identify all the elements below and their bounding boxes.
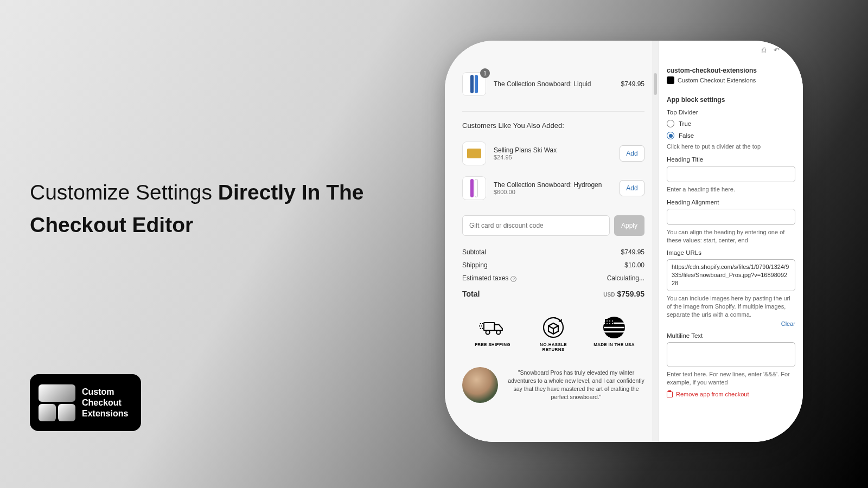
headline-part1: Customize Settings [30,181,218,204]
heading-title-label: Heading Title [667,156,795,163]
product-thumbnail: 1 [462,72,486,96]
cart-line-item: 1 The Collection Snowboard: Liquid $749.… [462,67,644,101]
heading-title-help: Enter a heading title here. [667,185,795,194]
heading-alignment-label: Heading Alignment [667,199,795,206]
app-block-settings-heading: App block settings [667,96,795,104]
svg-point-6 [607,320,608,322]
settings-panel: ⎙ ↶ ↷ custom-checkout-extensions Custom … [659,41,803,442]
rec-name: The Collection Snowboard: Hydrogen [494,181,612,189]
total-value: USD$759.95 [603,290,644,298]
order-totals: Subtotal $749.95 Shipping $10.00 Estimat… [462,246,644,301]
image-urls-label: Image URLs [667,249,795,256]
subtotal-label: Subtotal [462,248,486,256]
top-divider-label: Top Divider [667,109,795,115]
add-button[interactable]: Add [620,180,644,196]
remove-app-link[interactable]: Remove app from checkout [667,391,795,397]
multiline-help: Enter text here. For new lines, enter '&… [667,370,795,387]
heading-alignment-help: You can align the heading by entering on… [667,228,795,245]
recommendation-item: Selling Plans Ski Wax $24.95 Add [462,136,644,171]
heading-title-input[interactable] [667,166,795,182]
avatar [462,367,498,403]
svg-rect-0 [484,323,495,330]
trust-badge: FREE SHIPPING [468,316,517,352]
device-preview-icon[interactable]: ⎙ [762,46,766,54]
svg-point-9 [607,323,608,324]
logo-text: Custom Checkout Extensions [82,387,128,419]
total-label: Total [462,290,480,298]
radio-false[interactable]: False [667,132,795,139]
hero-headline: Customize Settings Directly In The Check… [30,176,377,242]
extension-icon [667,76,674,84]
divider [462,111,644,112]
subtotal-value: $749.95 [621,248,644,256]
checkout-preview-pane: 1 The Collection Snowboard: Liquid $749.… [445,41,659,442]
image-urls-input[interactable]: https://cdn.shopify.com/s/files/1/0790/1… [667,259,795,291]
extension-subtitle: Custom Checkout Extensions [667,76,795,84]
rec-name: Selling Plans Ski Wax [494,146,612,154]
svg-point-2 [496,330,500,334]
testimonial-block: "Snowboard Pros has truly elevated my wi… [462,367,644,403]
svg-point-11 [612,323,613,324]
undo-icon[interactable]: ↶ [774,46,780,54]
clear-link[interactable]: Clear [667,320,795,327]
svg-rect-5 [605,319,614,326]
recommendations-title: Customers Like You Also Added: [462,121,644,130]
multiline-label: Multiline Text [667,332,795,339]
product-thumbnail [462,142,486,165]
apply-button[interactable]: Apply [614,215,644,236]
discount-code-input[interactable] [462,215,610,236]
rec-price: $24.95 [494,154,612,160]
svg-point-8 [612,320,613,322]
add-button[interactable]: Add [620,145,644,162]
recommendation-item: The Collection Snowboard: Hydrogen $600.… [462,171,644,206]
preview-scrollbar[interactable] [652,41,659,442]
extension-name: custom-checkout-extensions [667,67,795,74]
svg-point-7 [609,320,610,322]
multiline-input[interactable] [667,342,795,367]
cart-item-price: $749.95 [621,80,644,88]
logo-grid-icon [39,384,75,421]
svg-point-10 [609,323,610,324]
returns-icon [540,316,567,339]
shipping-value: $10.00 [624,261,644,269]
redo-icon[interactable]: ↷ [787,46,793,54]
product-thumbnail [462,176,486,200]
rec-price: $600.00 [494,189,612,195]
usa-flag-icon [601,316,628,339]
trust-badges-row: FREE SHIPPING NO-HASSLE RETURNS MADE IN … [462,316,644,352]
svg-point-1 [486,330,490,334]
cart-item-name: The Collection Snowboard: Liquid [494,80,614,88]
trust-badge: MADE IN THE USA [590,316,639,352]
testimonial-quote: "Snowboard Pros has truly elevated my wi… [508,369,644,402]
info-icon[interactable]: ? [510,276,516,282]
radio-true[interactable]: True [667,120,795,127]
heading-alignment-input[interactable] [667,209,795,225]
truck-icon [479,316,506,339]
trash-icon [667,391,673,397]
taxes-label: Estimated taxes? [462,274,516,282]
top-divider-help: Click here to put a divider at the top [667,143,795,151]
taxes-value: Calculating... [607,274,644,282]
checkout-editor-window: 1 The Collection Snowboard: Liquid $749.… [445,41,803,442]
trust-badge: NO-HASSLE RETURNS [529,316,578,352]
shipping-label: Shipping [462,261,488,269]
image-urls-help: You can include images here by pasting t… [667,294,795,319]
product-logo-badge: Custom Checkout Extensions [30,374,141,431]
qty-badge: 1 [480,68,490,78]
